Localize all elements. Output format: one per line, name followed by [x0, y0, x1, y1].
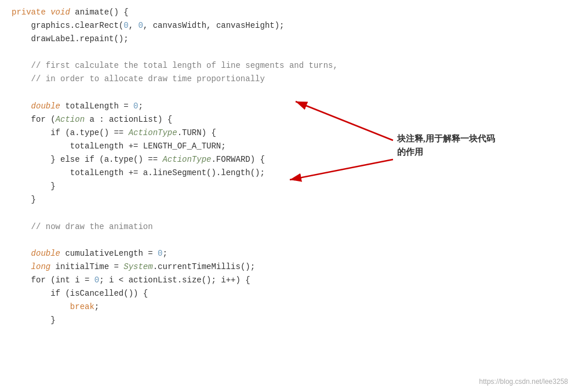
code-line-17: // now draw the animation	[12, 220, 563, 234]
code-line-3: drawLabel.repaint();	[12, 32, 563, 46]
code-line-24: }	[12, 314, 563, 327]
code-line-19: double cumulativeLength = 0;	[12, 247, 563, 260]
code-container: private void animate() { graphics.clearR…	[0, 0, 575, 392]
code-line-6: // in order to allocate draw time propor…	[12, 72, 563, 86]
code-line-16	[12, 206, 563, 220]
code-line-4	[12, 46, 563, 59]
code-line-20: long initialTime = System.currentTimeMil…	[12, 260, 563, 274]
code-line-15: }	[12, 193, 563, 206]
code-line-2: graphics.clearRect(0, 0, canvasWidth, ca…	[12, 19, 563, 32]
code-line-1: private void animate() {	[12, 6, 563, 19]
code-line-13: totalLength += a.lineSegment().length();	[12, 166, 563, 180]
code-line-22: if (isCancelled()) {	[12, 287, 563, 300]
code-line-18	[12, 234, 563, 247]
code-line-14: }	[12, 180, 563, 193]
code-line-5: // first calculate the total length of l…	[12, 59, 563, 72]
code-line-21: for (int i = 0; i < actionList.size(); i…	[12, 274, 563, 287]
code-line-8: double totalLength = 0;	[12, 100, 563, 113]
code-line-7	[12, 86, 563, 100]
watermark: https://blog.csdn.net/lee3258	[479, 376, 568, 387]
annotation-label: 块注释,用于解释一块代码 的作用	[397, 132, 495, 158]
code-line-9: for (Action a : actionList) {	[12, 113, 563, 126]
code-line-23: break;	[12, 300, 563, 314]
